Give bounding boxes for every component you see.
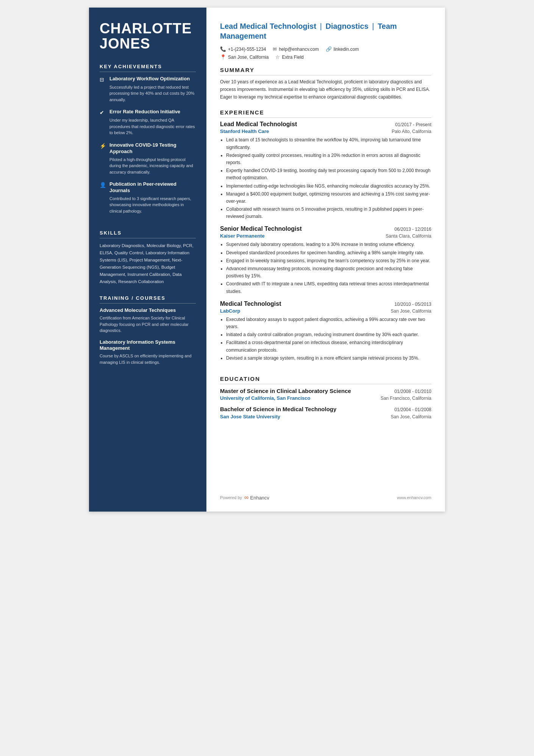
brand-name: Enhancv: [250, 495, 270, 501]
bullet: Devised a sample storage system, resulti…: [226, 355, 431, 362]
achievement-title-2: Error Rate Reduction Initiative: [109, 109, 180, 115]
achievement-header: ⊟ Laboratory Workflow Optimization: [100, 76, 196, 83]
exp-dates-1: 01/2017 - Present: [395, 122, 431, 127]
achievements-title: KEY ACHIEVEMENTS: [100, 64, 196, 72]
summary-title: SUMMARY: [220, 67, 431, 75]
achievement-desc-4: Contributed to 3 significant research pa…: [109, 196, 196, 214]
pipe-icon-1: |: [320, 22, 324, 30]
bullet: Advanced immunoassay testing protocols, …: [226, 265, 431, 280]
edu-dates-1: 01/2008 - 01/2010: [395, 389, 431, 394]
education-title: EDUCATION: [220, 376, 431, 384]
exp-dates-3: 10/2010 - 05/2013: [395, 302, 431, 307]
pipe-icon-2: |: [372, 22, 376, 30]
bullet: Redesigned quality control processes, re…: [226, 152, 431, 166]
bullet: Coordinated with IT to integrate a new L…: [226, 280, 431, 295]
skills-section: SKILLS Laboratory Diagnostics, Molecular…: [100, 230, 196, 285]
achievement-item: ✔ Error Rate Reduction Initiative Under …: [100, 109, 196, 136]
training-title-2: Laboratory Information Systems Managemen…: [100, 339, 196, 352]
exp-sub-1: Stanford Health Care Palo Alto, Californ…: [220, 128, 431, 134]
bullet: Developed standardized procedures for sp…: [226, 249, 431, 257]
exp-bullets-1: Led a team of 15 technologists to stream…: [220, 136, 431, 220]
achievement-title-1: Laboratory Workflow Optimization: [109, 76, 190, 82]
exp-header-1: Lead Medical Technologist 01/2017 - Pres…: [220, 121, 431, 128]
training-item: Laboratory Information Systems Managemen…: [100, 339, 196, 366]
achievement-icon-3: ⚡: [100, 143, 106, 149]
exp-bullets-3: Executed laboratory assays to support pa…: [220, 316, 431, 362]
achievement-desc-1: Successfully led a project that reduced …: [109, 84, 196, 103]
contact-extra: ☆ Extra Field: [275, 54, 303, 60]
bullet: Engaged in bi-weekly training sessions, …: [226, 257, 431, 265]
exp-location-3: San Jose, California: [391, 308, 431, 314]
bullet: Implemented cutting-edge technologies li…: [226, 183, 431, 190]
star-icon: ☆: [275, 54, 280, 60]
exp-header-2: Senior Medical Technologist 06/2013 - 12…: [220, 225, 431, 232]
contact-email: ✉ help@enhancv.com: [273, 46, 319, 52]
achievement-item: ⊟ Laboratory Workflow Optimization Succe…: [100, 76, 196, 103]
exp-bullets-2: Supervised daily laboratory operations, …: [220, 241, 431, 295]
training-section: TRAINING / COURSES Advanced Molecular Te…: [100, 295, 196, 371]
extra-value: Extra Field: [282, 55, 303, 60]
resume-container: CHARLOTTE JONES KEY ACHIEVEMENTS ⊟ Labor…: [89, 8, 445, 512]
bullet: Initiated a daily control calibration pr…: [226, 331, 431, 338]
education-item-2: Bachelor of Science in Medical Technolog…: [220, 405, 431, 419]
footer-right: www.enhancv.com: [397, 495, 431, 500]
bullet: Led a team of 15 technologists to stream…: [226, 136, 431, 151]
experience-item-1: Lead Medical Technologist 01/2017 - Pres…: [220, 121, 431, 220]
achievement-icon-2: ✔: [100, 110, 106, 116]
contact-location: 📍 San Jose, California: [220, 54, 269, 60]
summary-section: SUMMARY Over 10 years of experience as a…: [220, 67, 431, 101]
training-title: TRAINING / COURSES: [100, 295, 196, 304]
headline-part1: Lead Medical Technologist: [220, 22, 316, 30]
edu-degree-1: Master of Science in Clinical Laboratory…: [220, 387, 351, 395]
exp-header-3: Medical Technologist 10/2010 - 05/2013: [220, 301, 431, 307]
bullet: Facilitated a cross-departmental panel o…: [226, 339, 431, 354]
achievements-list: ⊟ Laboratory Workflow Optimization Succe…: [100, 76, 196, 214]
exp-job-title-3: Medical Technologist: [220, 301, 281, 307]
edu-location-1: San Francisco, California: [381, 396, 431, 401]
achievement-header: ✔ Error Rate Reduction Initiative: [100, 109, 196, 116]
achievement-title-3: Innovative COVID-19 Testing Approach: [109, 142, 196, 155]
achievement-icon-1: ⊟: [100, 77, 106, 83]
achievement-header: 👤 Publication in Peer-reviewed Journals: [100, 181, 196, 194]
contact-row-2: 📍 San Jose, California ☆ Extra Field: [220, 54, 431, 60]
exp-job-title-1: Lead Medical Technologist: [220, 121, 297, 128]
training-item: Advanced Molecular Techniques Certificat…: [100, 307, 196, 333]
candidate-name: CHARLOTTE JONES: [100, 21, 196, 52]
achievement-item: 👤 Publication in Peer-reviewed Journals …: [100, 181, 196, 214]
edu-dates-2: 01/2004 - 01/2008: [395, 407, 431, 412]
edu-header-2: Bachelor of Science in Medical Technolog…: [220, 405, 431, 413]
exp-company-1: Stanford Health Care: [220, 128, 269, 134]
exp-dates-2: 06/2013 - 12/2016: [395, 227, 431, 232]
training-desc-2: Course by ASCLS on efficiently implement…: [100, 353, 196, 365]
edu-sub-1: University of California, San Francisco …: [220, 395, 431, 401]
headline-part2: Diagnostics: [325, 22, 368, 30]
experience-item-3: Medical Technologist 10/2010 - 05/2013 L…: [220, 301, 431, 362]
achievement-title-4: Publication in Peer-reviewed Journals: [109, 181, 196, 194]
achievement-desc-3: Piloted a high-throughput testing protoc…: [109, 157, 196, 175]
exp-job-title-2: Senior Medical Technologist: [220, 225, 302, 232]
exp-company-3: LabCorp: [220, 308, 240, 314]
education-item-1: Master of Science in Clinical Laboratory…: [220, 387, 431, 401]
enhancv-logo: ∞ Enhancv: [244, 494, 269, 501]
footer-left: Powered by ∞ Enhancv: [220, 494, 269, 501]
main-content: Lead Medical Technologist | Diagnostics …: [206, 8, 445, 512]
experience-section: EXPERIENCE Lead Medical Technologist 01/…: [220, 109, 431, 367]
heart-icon: ∞: [244, 494, 248, 501]
bullet: Managed a $400,000 equipment budget, opt…: [226, 191, 431, 205]
training-title-1: Advanced Molecular Techniques: [100, 307, 196, 314]
email-icon: ✉: [273, 46, 277, 52]
skills-title: SKILLS: [100, 230, 196, 238]
bullet: Collaborated with research teams on 5 in…: [226, 206, 431, 220]
location-icon: 📍: [220, 54, 226, 60]
summary-text: Over 10 years of experience as a Lead Me…: [220, 78, 431, 101]
edu-location-2: San Jose, California: [391, 414, 431, 419]
phone-icon: 📞: [220, 46, 226, 52]
experience-title: EXPERIENCE: [220, 109, 431, 118]
experience-item-2: Senior Medical Technologist 06/2013 - 12…: [220, 225, 431, 295]
edu-degree-2: Bachelor of Science in Medical Technolog…: [220, 405, 336, 413]
edu-header-1: Master of Science in Clinical Laboratory…: [220, 387, 431, 395]
achievement-header: ⚡ Innovative COVID-19 Testing Approach: [100, 142, 196, 155]
exp-sub-2: Kaiser Permanente Santa Clara, Californi…: [220, 233, 431, 239]
contact-phone: 📞 +1-(234)-555-1234: [220, 46, 266, 52]
exp-location-1: Palo Alto, California: [392, 129, 431, 134]
